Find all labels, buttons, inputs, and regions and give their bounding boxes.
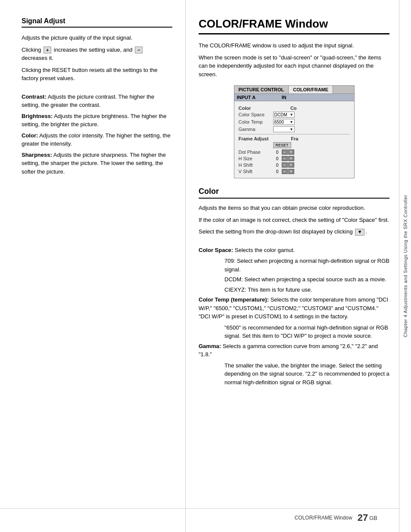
term-color-temp: Color Temp (temperature): Selects the co… [199, 296, 389, 321]
screenshot-body: Color Co Color Space DCDM ▼ Color Temp 6… [234, 101, 354, 178]
screenshot-v-shift-label: V Shift [239, 169, 273, 174]
right-column: COLOR/FRAME Window The COLOR/FRAME windo… [185, 0, 411, 532]
left-column: Signal Adjust Adjusts the picture qualit… [0, 0, 185, 532]
screenshot-reset-btn[interactable]: RESET [273, 142, 291, 148]
indent-709: 709: Select when projecting a normal hig… [224, 257, 389, 274]
footer-label: COLOR/FRAME Window [295, 515, 352, 521]
screenshot-gamma-label: Gamma [239, 127, 273, 132]
color-intro-1: Adjusts the items so that you can obtain… [199, 204, 389, 212]
screenshot-color-temp-row: Color Temp 6500 ▼ [239, 119, 350, 125]
screenshot-divider [239, 134, 350, 134]
right-section-title: COLOR/FRAME Window [199, 17, 389, 34]
screenshot-box: PICTURE CONTROL COLOR/FRAME INPUT A IN C… [234, 85, 355, 178]
screenshot-h-size-pm: − + [282, 156, 294, 161]
pm-minus-icon[interactable]: − [282, 149, 288, 155]
term-color-temp-label: Color Temp (temperature): [199, 296, 269, 303]
screenshot-v-shift-pm: − + [282, 169, 294, 174]
screenshot-color-space-label: Color Space [239, 112, 273, 117]
screenshot-gamma-val [274, 127, 276, 132]
side-tab: Chapter 4 Adjustments and Settings Using… [399, 0, 411, 532]
indent-6500: "6500" is recommended for a normal high-… [224, 324, 389, 340]
pm-plus-icon[interactable]: + [288, 149, 294, 155]
screenshot-dot-phase-pm: − + [282, 149, 294, 155]
pm-plus-4-icon[interactable]: + [288, 169, 294, 174]
left-intro: Adjusts the picture quality of the input… [22, 34, 172, 42]
pm-minus-3-icon[interactable]: − [282, 162, 288, 168]
color-sub-section-title: Color [199, 187, 389, 199]
dropdown-inline-icon: ▼ [355, 229, 364, 236]
dropdown-arrow-2-icon: ▼ [290, 120, 293, 124]
screenshot-h-shift-row: H Shift 0 − + [239, 162, 350, 168]
indent-ciexyz: CIEXYZ: This item is for future use. [224, 286, 389, 294]
screenshot-h-size-label: H Size [239, 156, 273, 161]
footer-gb: GB [369, 515, 377, 521]
minus-icon: − [135, 47, 143, 53]
term-brightness-label: Brightness: [22, 113, 53, 119]
term-color: Color: Adjusts the color intensity. The … [22, 131, 172, 148]
screenshot-h-size-val: 0 [273, 156, 282, 161]
term-sharpness-label: Sharpness: [22, 152, 52, 158]
screenshot-h-shift-label: H Shift [239, 162, 273, 168]
screenshot-tab-color-frame: COLOR/FRAME [289, 86, 333, 93]
screenshot-dot-phase-label: Dot Phase [239, 149, 273, 155]
reset-text: Clicking the RESET button resets all the… [22, 66, 172, 83]
screenshot-color-temp-val: 6500 [274, 120, 284, 124]
indent-gamma-detail: The smaller the value, the brighter the … [224, 361, 389, 387]
pm-minus-4-icon[interactable]: − [282, 169, 288, 174]
term-gamma: Gamma: Selects a gamma correction curve … [199, 342, 389, 359]
right-intro-2: When the screen mode is set to "dual-scr… [199, 53, 389, 79]
pm-plus-3-icon[interactable]: + [288, 162, 294, 168]
dropdown-arrow-icon: ▼ [290, 113, 293, 117]
term-gamma-label: Gamma: [199, 343, 221, 349]
term-gamma-desc: Selects a gamma correction curve from am… [199, 343, 378, 358]
screenshot-v-shift-val: 0 [273, 169, 282, 174]
side-tab-text: Chapter 4 Adjustments and Settings Using… [403, 195, 408, 337]
color-intro-2: If the color of an image is not correct,… [199, 216, 389, 224]
plus-icon: + [44, 47, 51, 53]
term-color-space-desc: Selects the color gamut. [235, 247, 295, 253]
term-color-desc: Adjusts the color intensity. The higher … [22, 132, 171, 147]
right-intro-1: The COLOR/FRAME window is used to adjust… [199, 41, 389, 50]
clicking-plus-paragraph: Clicking + increases the setting value, … [22, 46, 172, 62]
term-sharpness: Sharpness: Adjusts the picture sharpness… [22, 151, 172, 176]
screenshot-frame-section: Frame Adjust Fra [239, 136, 350, 141]
term-color-space-label: Color Space: [199, 247, 233, 253]
screenshot-color-space-val: DCDM [274, 112, 287, 117]
pm-plus-2-icon[interactable]: + [288, 156, 294, 161]
screenshot-h-size-row: H Size 0 − + [239, 156, 350, 161]
screenshot-tab-picture-control: PICTURE CONTROL [234, 86, 289, 93]
screenshot-h-shift-val: 0 [273, 163, 282, 168]
term-color-space: Color Space: Selects the color gamut. [199, 246, 389, 255]
term-color-label: Color: [22, 132, 38, 139]
term-brightness: Brightness: Adjusts the picture brightne… [22, 112, 172, 129]
screenshot-reset-row: RESET [239, 142, 350, 148]
screenshot-color-section: Color Co [239, 106, 350, 111]
color-intro-3: Select the setting from the drop-down li… [199, 227, 389, 236]
screenshot-v-shift-row: V Shift 0 − + [239, 169, 350, 174]
screenshot-tabs: PICTURE CONTROL COLOR/FRAME [234, 86, 354, 94]
screenshot-dot-phase-row: Dot Phase 0 − + [239, 149, 350, 155]
screenshot-h-shift-pm: − + [282, 162, 294, 168]
screenshot-color-temp-label: Color Temp [239, 119, 273, 124]
screenshot-input-a: INPUT A IN [234, 94, 354, 101]
indent-dcdm: DCDM: Select when projecting a special s… [224, 275, 389, 284]
screenshot-gamma-row: Gamma ▼ [239, 126, 350, 132]
pm-minus-2-icon[interactable]: − [282, 156, 288, 161]
left-section-title: Signal Adjust [22, 17, 172, 28]
screenshot-dot-phase-val: 0 [273, 150, 282, 155]
term-contrast: Contrast: Adjusts the picture contrast. … [22, 93, 172, 109]
screenshot-color-temp-select: 6500 ▼ [273, 119, 295, 125]
term-contrast-label: Contrast: [22, 93, 47, 100]
screenshot-color-space-select: DCDM ▼ [273, 112, 295, 118]
page-footer: COLOR/FRAME Window 27 GB [0, 508, 399, 523]
screenshot-color-space-row: Color Space DCDM ▼ [239, 112, 350, 118]
dropdown-arrow-3-icon: ▼ [290, 128, 293, 131]
footer-page-number: 27 [358, 512, 368, 523]
page-container: Signal Adjust Adjusts the picture qualit… [0, 0, 411, 532]
screenshot-gamma-select: ▼ [273, 126, 295, 132]
